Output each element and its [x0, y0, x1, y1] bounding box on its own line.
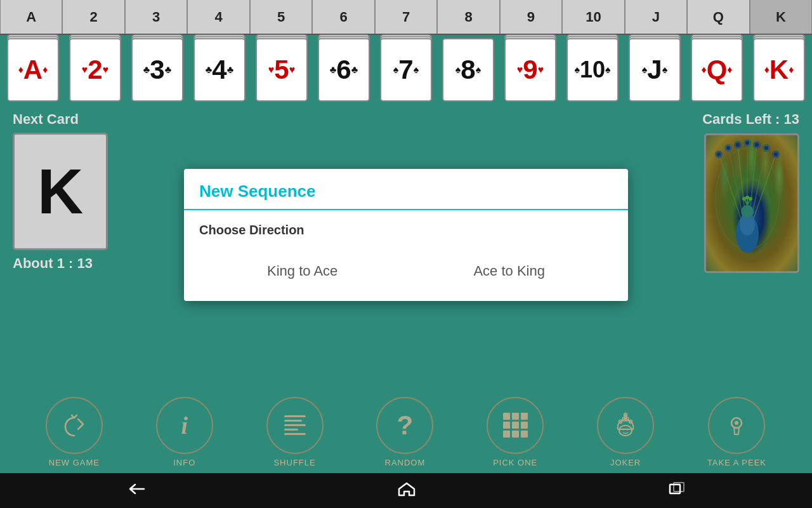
dialog-title: New Sequence — [199, 182, 613, 201]
dialog-header: New Sequence — [184, 169, 628, 210]
dialog-buttons: King to Ace Ace to King — [184, 244, 628, 301]
dialog-overlay: New Sequence Choose Direction King to Ac… — [0, 0, 812, 470]
home-button[interactable] — [385, 478, 428, 504]
dialog-subtitle: Choose Direction — [199, 223, 613, 237]
ace-to-king-button[interactable]: Ace to King — [454, 257, 564, 286]
android-nav — [0, 473, 812, 508]
back-icon — [126, 482, 145, 496]
recent-icon — [668, 482, 686, 496]
dialog-body: Choose Direction — [184, 210, 628, 244]
home-icon — [398, 481, 416, 497]
recent-button[interactable] — [655, 479, 698, 503]
king-to-ace-button[interactable]: King to Ace — [248, 257, 357, 286]
back-button[interactable] — [114, 479, 158, 503]
new-sequence-dialog: New Sequence Choose Direction King to Ac… — [184, 169, 628, 301]
